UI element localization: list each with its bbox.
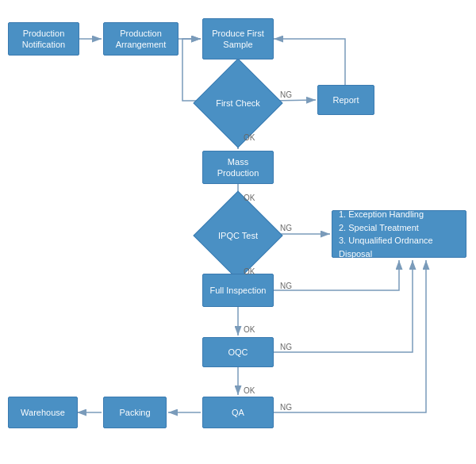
ok-label-first-check: OK — [244, 133, 255, 142]
first-check-diamond: First Check — [205, 70, 271, 136]
oqc-node: OQC — [202, 337, 274, 367]
full-inspection-node: Full Inspection — [202, 274, 274, 307]
mass-production-node: MassProduction — [202, 151, 274, 184]
production-arrangement-node: ProductionArrangement — [103, 22, 178, 56]
ok-label-oqc: OK — [244, 386, 255, 395]
ng-label-full-inspection: NG — [280, 282, 292, 290]
exception-box-node: 1. Exception Handling2. Special Treatmen… — [332, 210, 466, 258]
qa-node: QA — [202, 397, 274, 428]
report-node: Report — [317, 85, 374, 115]
packing-node: Packing — [103, 397, 167, 428]
ng-label-oqc: NG — [280, 343, 292, 351]
ok-label-full-inspection: OK — [244, 325, 255, 334]
warehouse-node: Warehouse — [8, 397, 78, 428]
ng-label-qa: NG — [280, 403, 292, 412]
produce-first-sample-node: Produce FirstSample — [202, 18, 274, 59]
ng-label-ipqc: NG — [280, 224, 292, 232]
production-notification-node: Production Notification — [8, 22, 79, 56]
ok-label-ipqc: OK — [244, 267, 255, 276]
ng-label-first-check: NG — [280, 90, 292, 99]
ipqc-test-diamond: IPQC Test — [205, 202, 271, 269]
ok-label-mass-prod: OK — [244, 194, 255, 202]
